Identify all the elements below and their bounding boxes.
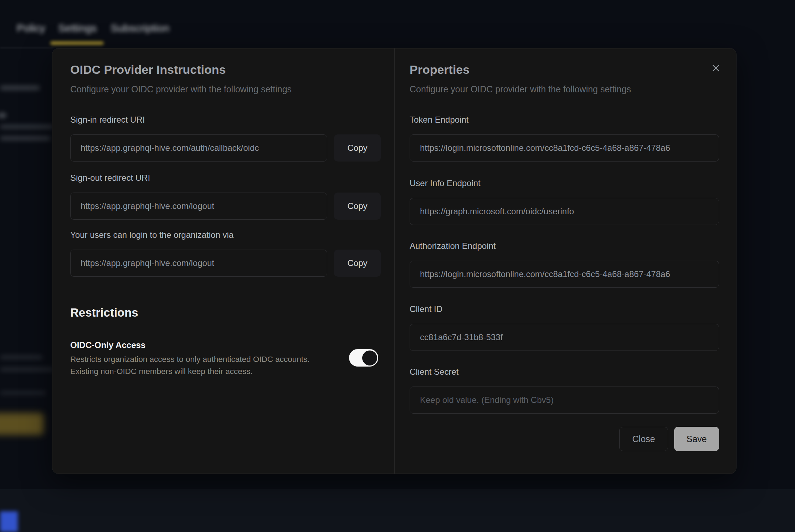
blurred-background-text	[0, 125, 53, 129]
active-tab-indicator	[50, 41, 104, 45]
client-secret-input[interactable]	[410, 387, 719, 414]
signin-redirect-field-group: Sign-in redirect URI Copy	[70, 115, 381, 125]
signout-redirect-input[interactable]	[70, 193, 327, 220]
blurred-background-text	[0, 86, 40, 90]
tab-subscription[interactable]: Subscription	[111, 22, 169, 34]
signin-redirect-label: Sign-in redirect URI	[70, 115, 381, 125]
token-endpoint-label: Token Endpoint	[410, 115, 719, 125]
oidc-only-access-description: Restricts organization access to only au…	[70, 353, 310, 378]
save-button[interactable]: Save	[674, 427, 719, 451]
authorization-endpoint-input[interactable]	[410, 261, 719, 288]
authorization-endpoint-field-group: Authorization Endpoint	[410, 241, 719, 251]
signin-redirect-input[interactable]	[70, 134, 327, 162]
copy-button[interactable]: Copy	[334, 250, 381, 277]
description-line: Restricts organization access to only au…	[70, 355, 310, 364]
userinfo-endpoint-field-group: User Info Endpoint	[410, 178, 719, 188]
blurred-background-link	[0, 511, 18, 532]
background-footer-band	[0, 489, 795, 532]
signout-redirect-label: Sign-out redirect URI	[70, 173, 381, 183]
section-title: Properties	[410, 63, 470, 77]
section-divider	[70, 287, 380, 287]
tab-policy[interactable]: Policy	[17, 22, 45, 34]
blurred-background-text	[0, 136, 51, 140]
column-divider	[394, 48, 395, 474]
modal-footer: Close Save	[619, 427, 719, 451]
client-secret-label: Client Secret	[410, 367, 719, 377]
oidc-settings-modal: OIDC Provider Instructions Configure you…	[52, 48, 737, 474]
properties-section: Properties Configure your OIDC provider …	[410, 48, 719, 474]
userinfo-endpoint-input[interactable]	[410, 198, 719, 225]
section-title: OIDC Provider Instructions	[70, 63, 226, 77]
authorization-endpoint-label: Authorization Endpoint	[410, 241, 719, 251]
client-id-field-group: Client ID	[410, 304, 719, 314]
restrictions-title: Restrictions	[70, 306, 138, 319]
copy-button[interactable]: Copy	[334, 134, 381, 162]
login-url-field-group: Your users can login to the organization…	[70, 230, 381, 240]
tab-settings[interactable]: Settings	[58, 22, 97, 34]
blurred-background-button	[0, 413, 44, 435]
signout-redirect-field-group: Sign-out redirect URI Copy	[70, 173, 381, 183]
blurred-background-text	[0, 355, 43, 359]
description-line: Existing non-OIDC members will keep thei…	[70, 367, 252, 376]
copy-button[interactable]: Copy	[334, 193, 381, 220]
client-secret-field-group: Client Secret	[410, 367, 719, 377]
blurred-background-bullet	[0, 113, 6, 118]
token-endpoint-field-group: Token Endpoint	[410, 115, 719, 125]
userinfo-endpoint-label: User Info Endpoint	[410, 178, 719, 188]
client-id-label: Client ID	[410, 304, 719, 314]
blurred-background-text	[0, 367, 54, 372]
close-button[interactable]: Close	[619, 427, 668, 451]
toggle-knob	[362, 351, 377, 365]
client-id-input[interactable]	[410, 324, 719, 351]
section-subtitle: Configure your OIDC provider with the fo…	[70, 84, 292, 94]
background-divider	[0, 47, 53, 48]
login-url-input[interactable]	[70, 250, 327, 277]
oidc-only-access-toggle[interactable]	[349, 349, 378, 367]
blurred-background-text	[0, 391, 46, 395]
oidc-instructions-section: OIDC Provider Instructions Configure you…	[70, 48, 381, 474]
login-url-label: Your users can login to the organization…	[70, 230, 381, 240]
oidc-only-access-label: OIDC-Only Access	[70, 340, 145, 350]
token-endpoint-input[interactable]	[410, 134, 719, 162]
section-subtitle: Configure your OIDC provider with the fo…	[410, 84, 631, 94]
